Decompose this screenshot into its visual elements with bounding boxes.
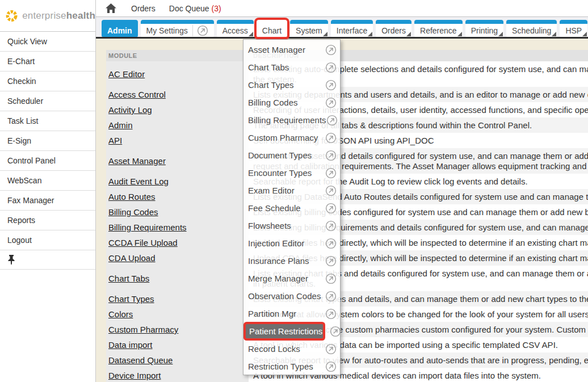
tab-printing[interactable]: Printing <box>465 20 503 37</box>
module-link-billing-codes[interactable]: Billing Codes <box>108 207 158 217</box>
open-new-window-button[interactable] <box>192 25 208 36</box>
module-link-datasend-queue[interactable]: Datasend Queue <box>108 355 173 365</box>
tab-my-settings[interactable]: My Settings <box>141 20 214 37</box>
open-new-window-button[interactable] <box>325 79 337 91</box>
menu-item-observation-codes[interactable]: Observation Codes <box>243 287 340 305</box>
open-new-window-button[interactable] <box>325 361 337 372</box>
sidebar-item-quick-view[interactable]: Quick View <box>0 32 95 52</box>
tab-system[interactable]: System <box>290 20 328 37</box>
open-new-window-button[interactable] <box>330 326 341 337</box>
menu-item-document-types[interactable]: Document Types <box>243 146 340 164</box>
open-new-window-button[interactable] <box>325 62 337 73</box>
menu-item-restriction-types[interactable]: Restriction Types <box>243 358 340 375</box>
module-link-ccda-file-upload[interactable]: CCDA File Upload <box>108 238 178 247</box>
menu-item-chart-types[interactable]: Chart Types <box>243 76 340 94</box>
circle-arrow-icon <box>325 203 337 214</box>
menu-item-custom-pharmacy[interactable]: Custom Pharmacy <box>243 129 340 146</box>
module-link-api[interactable]: API <box>108 136 122 145</box>
table-row: Auto RoutesLists existing DataSend Auto … <box>106 189 588 204</box>
module-link-custom-pharmacy[interactable]: Custom Pharmacy <box>108 325 178 334</box>
sidebar-item-control-panel[interactable]: Control Panel <box>0 151 95 171</box>
menu-item-injection-editor[interactable]: Injection Editor <box>243 234 340 252</box>
module-link-activity-log[interactable]: Activity Log <box>108 105 152 115</box>
sidebar-item-e-sign[interactable]: E-Sign <box>0 131 95 151</box>
module-link-billing-requirements[interactable]: Billing Requirements <box>108 223 187 232</box>
open-new-window-button[interactable] <box>325 291 337 302</box>
tab-reference[interactable]: Reference <box>414 20 463 37</box>
table-row: Billing CodesLists existing billing code… <box>106 204 588 220</box>
menu-item-partition-mgr[interactable]: Partition Mgr <box>243 305 340 322</box>
table-row: Chart TabsLists existing chart tabs and … <box>106 266 588 291</box>
circle-arrow-icon <box>325 44 337 56</box>
menu-item-patient-restrictions[interactable]: Patient Restrictions <box>243 322 340 340</box>
tab-scheduling[interactable]: Scheduling <box>506 20 557 37</box>
tab-admin[interactable]: Admin <box>102 20 138 37</box>
module-link-admin[interactable]: Admin <box>108 120 133 130</box>
module-link-chart-tabs[interactable]: Chart Tabs <box>108 274 149 283</box>
sidebar-item-task-list[interactable]: Task List <box>0 111 95 131</box>
open-new-window-button[interactable] <box>325 308 337 320</box>
open-new-window-button[interactable] <box>325 167 337 179</box>
open-new-window-button[interactable] <box>325 44 337 56</box>
open-new-window-button[interactable] <box>326 115 338 126</box>
menu-item-insurance-plans[interactable]: Insurance Plans <box>243 252 340 270</box>
open-new-window-button[interactable] <box>325 255 337 267</box>
logo-text: enterprisehealth <box>22 10 95 22</box>
table-row: CDA UploadUpload CDA files here directly… <box>106 250 588 266</box>
menu-item-fee-schedule[interactable]: Fee Schedule <box>243 199 340 217</box>
module-cell: Asset Manager <box>106 148 249 174</box>
module-link-audit-event-log[interactable]: Audit Event Log <box>108 177 169 186</box>
tab-chart[interactable]: Chart <box>257 20 287 37</box>
menu-item-merge-manager[interactable]: Merge Manager <box>243 270 340 287</box>
nav-link-orders[interactable]: Orders <box>131 4 156 13</box>
module-link-colors[interactable]: Colors <box>108 309 133 319</box>
tab-access[interactable]: Access <box>217 20 254 37</box>
menu-item-encounter-types[interactable]: Encounter Types <box>243 164 340 182</box>
nav-link-doc-queue[interactable]: Doc Queue (3) <box>169 4 221 13</box>
module-link-access-control[interactable]: Access Control <box>108 90 166 99</box>
module-link-cda-upload[interactable]: CDA Upload <box>108 253 156 263</box>
menu-item-exam-editor[interactable]: Exam Editor <box>243 182 340 199</box>
menu-item-asset-manager[interactable]: Asset Manager <box>243 41 340 58</box>
module-link-auto-routes[interactable]: Auto Routes <box>108 192 156 202</box>
module-link-ac-editor[interactable]: AC Editor <box>108 69 145 79</box>
circle-arrow-icon <box>325 132 337 144</box>
tab-interface[interactable]: Interface <box>331 20 373 37</box>
open-new-window-button[interactable] <box>325 238 337 249</box>
sidebar-item-fax-manager[interactable]: Fax Manager <box>0 191 95 211</box>
sidebar-item-webscan[interactable]: WebScan <box>0 171 95 191</box>
circle-arrow-icon <box>325 185 337 196</box>
module-cell: Billing Codes <box>106 204 249 220</box>
menu-item-chart-tabs[interactable]: Chart Tabs <box>243 58 340 76</box>
open-new-window-button[interactable] <box>325 203 337 214</box>
open-new-window-button[interactable] <box>325 273 337 284</box>
open-new-window-button[interactable] <box>325 220 337 232</box>
open-new-window-button[interactable] <box>325 185 337 196</box>
home-icon[interactable] <box>106 3 116 13</box>
tab-orders[interactable]: Orders <box>376 20 411 37</box>
module-link-chart-types[interactable]: Chart Types <box>108 294 154 304</box>
menu-item-flowsheets[interactable]: Flowsheets <box>243 217 340 234</box>
tab-hsp[interactable]: HSP <box>560 20 587 37</box>
open-new-window-button[interactable] <box>325 132 337 144</box>
open-new-window-button[interactable] <box>325 343 337 355</box>
menu-item-billing-requirements[interactable]: Billing Requirements <box>243 111 340 129</box>
sidebar-item-logout[interactable]: Logout <box>0 230 95 250</box>
menu-item-record-locks[interactable]: Record Locks <box>243 340 340 358</box>
sidebar-item-checkin[interactable]: Checkin <box>0 72 95 91</box>
open-new-window-button[interactable] <box>325 150 337 161</box>
sidebar-item-reports[interactable]: Reports <box>0 211 95 230</box>
open-new-window-button[interactable] <box>325 97 337 108</box>
module-cell: Billing Requirements <box>106 220 249 235</box>
circle-arrow-icon <box>325 291 337 302</box>
menu-item-billing-codes[interactable]: Billing Codes <box>243 94 340 111</box>
sidebar-item-scheduler[interactable]: Scheduler <box>0 91 95 111</box>
sidebar-pin[interactable] <box>0 250 95 270</box>
module-link-data-import[interactable]: Data import <box>108 340 153 350</box>
tab-label: Chart <box>262 26 282 35</box>
module-link-asset-manager[interactable]: Asset Manager <box>108 156 166 166</box>
tab-label: Interface <box>337 26 367 35</box>
sidebar-item-e-chart[interactable]: E-Chart <box>0 52 95 72</box>
table-header-row: MODULE DESCRIPTION <box>106 50 588 61</box>
module-link-device-import[interactable]: Device Import <box>108 371 161 380</box>
